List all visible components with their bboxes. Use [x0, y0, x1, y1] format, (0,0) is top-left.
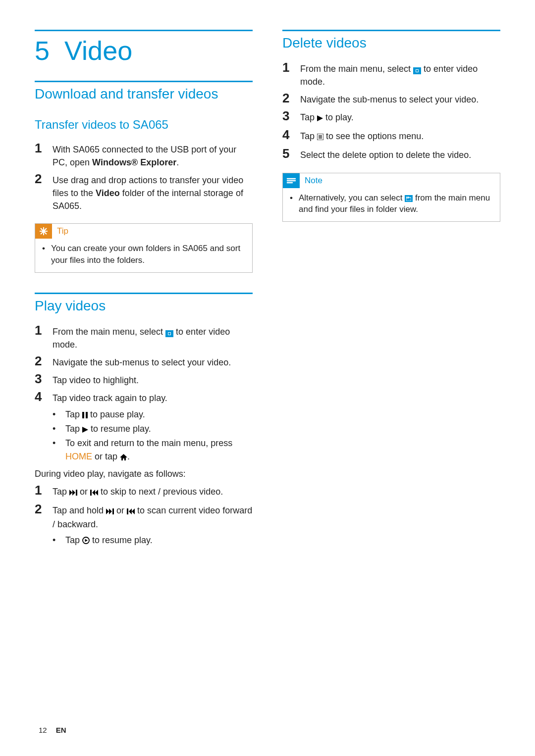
sub-item: To exit and return to the main menu, pre…: [65, 437, 253, 464]
play-circle-icon: [82, 535, 90, 548]
sub-item: Tap to resume play.: [65, 422, 151, 437]
svg-marker-12: [92, 490, 95, 496]
step-number: 3: [282, 109, 300, 123]
during-play-label: During video play, navigate as follows:: [35, 467, 253, 480]
step-number: 3: [35, 372, 53, 386]
svg-marker-21: [85, 539, 88, 542]
svg-marker-22: [317, 115, 323, 121]
step-number: 5: [282, 147, 300, 161]
step-number: 1: [35, 483, 53, 498]
during-sub-list: •Tap to resume play.: [35, 534, 253, 548]
note-callout: Note •Alternatively, you can select from…: [282, 173, 500, 222]
play-icon: [317, 112, 323, 125]
tip-callout: Tip •You can create your own folders in …: [35, 223, 253, 273]
page-number: 12: [39, 726, 47, 734]
svg-marker-15: [109, 508, 112, 514]
delete-steps-list: 1 From the main menu, select to enter vi…: [282, 60, 500, 162]
step-text: Select the delete option to delete the v…: [300, 149, 500, 161]
step-number: 4: [35, 390, 53, 404]
folder-icon: [405, 195, 413, 202]
step-text: Tap to play.: [300, 111, 500, 125]
sub-item: Tap to resume play.: [65, 534, 153, 548]
prev-icon: [127, 505, 135, 518]
step-text: Tap video to highlight.: [53, 374, 253, 387]
step-text: From the main menu, select to enter vide…: [300, 62, 500, 88]
step-number: 2: [35, 354, 53, 368]
sub-item: Tap to pause play.: [65, 408, 145, 422]
next-icon: [106, 505, 114, 518]
step-text: Tap or to skip to next / previous video.: [53, 485, 253, 499]
tip-text: You can create your own folders in SA065…: [51, 243, 245, 266]
asterisk-icon: [35, 224, 52, 239]
options-icon: [317, 131, 323, 144]
page-footer: 12 EN: [39, 726, 66, 734]
step-text: From the main menu, select to enter vide…: [53, 325, 253, 351]
step-number: 2: [282, 91, 300, 105]
svg-rect-4: [82, 412, 84, 418]
svg-marker-14: [106, 508, 109, 514]
heading-transfer-sa065: Transfer videos to SA065: [35, 117, 253, 132]
step-text: Navigate the sub-menus to select your vi…: [53, 356, 253, 369]
prev-icon: [90, 486, 98, 499]
step-number: 2: [35, 172, 53, 186]
step-text: Navigate the sub-menus to select your vi…: [300, 93, 500, 106]
step-text: Tap video track again to play.: [53, 392, 253, 404]
language-code: EN: [56, 726, 66, 734]
svg-marker-6: [82, 427, 88, 433]
step-number: 1: [35, 141, 53, 155]
step-text: With SA065 connected to the USB port of …: [53, 143, 253, 169]
chapter-title: 5 Video: [35, 35, 253, 66]
svg-marker-9: [72, 490, 75, 496]
next-icon: [69, 486, 77, 499]
step-number: 2: [35, 502, 53, 516]
tip-label: Tip: [57, 226, 68, 236]
play-icon: [82, 423, 88, 437]
step-text: Tap and hold or to scan current video fo…: [53, 504, 253, 531]
heading-delete-videos: Delete videos: [282, 34, 500, 51]
step-text: Tap to see the options menu.: [300, 130, 500, 144]
play-sub-list: •Tap to pause play. •Tap to resume play.…: [35, 408, 253, 464]
step-text: Use drag and drop actions to transfer yo…: [53, 174, 253, 212]
svg-marker-8: [69, 490, 72, 496]
step-number: 1: [282, 60, 300, 75]
transfer-steps-list: 1 With SA065 connected to the USB port o…: [35, 141, 253, 212]
svg-rect-11: [90, 490, 92, 496]
during-steps-list: 1 Tap or to skip to next / previous vide…: [35, 483, 253, 531]
note-icon: [283, 173, 300, 188]
note-label: Note: [305, 176, 322, 186]
video-mode-icon: [413, 67, 421, 74]
svg-rect-17: [127, 508, 128, 514]
note-text: Alternatively, you can select from the m…: [299, 192, 493, 216]
svg-marker-18: [129, 508, 132, 514]
step-number: 4: [282, 128, 300, 142]
home-icon: [120, 451, 127, 464]
pause-icon: [82, 409, 88, 422]
heading-play-videos: Play videos: [35, 297, 253, 314]
video-mode-icon: [165, 330, 173, 337]
step-number: 1: [35, 323, 53, 338]
svg-marker-7: [120, 454, 127, 460]
play-steps-list: 1 From the main menu, select to enter vi…: [35, 323, 253, 404]
heading-download-transfer: Download and transfer videos: [35, 85, 253, 102]
